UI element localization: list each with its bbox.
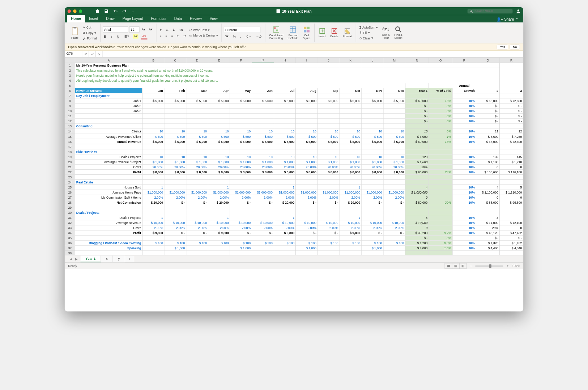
cell[interactable]: 2.00% — [252, 225, 274, 230]
row-header[interactable]: 38 — [65, 251, 75, 255]
cell[interactable]: $ 72,600 — [499, 98, 523, 103]
cell[interactable] — [164, 114, 186, 119]
cell[interactable] — [296, 109, 318, 114]
cell[interactable]: $ - — [405, 114, 429, 119]
cell[interactable]: $ - — [499, 109, 523, 114]
cell[interactable]: 2.00% — [274, 225, 296, 230]
cell[interactable] — [208, 109, 230, 114]
cell[interactable] — [340, 109, 362, 114]
cell[interactable]: $ 12,100 — [499, 220, 523, 225]
insert-button[interactable]: Insert — [317, 27, 327, 39]
cell[interactable]: 1 — [274, 215, 296, 220]
cell[interactable] — [383, 149, 405, 154]
cell[interactable] — [230, 103, 252, 109]
cell[interactable]: 2.00% — [164, 225, 186, 230]
row-header[interactable]: 25 — [65, 185, 75, 190]
cell[interactable]: $ 100 — [361, 241, 383, 246]
cell[interactable]: 2.00% — [274, 195, 296, 200]
cell[interactable] — [429, 185, 452, 190]
cell[interactable] — [318, 205, 340, 210]
cell[interactable]: $ 5,000 — [186, 139, 208, 144]
cell[interactable]: $ 5,000 — [274, 139, 296, 144]
cell[interactable]: 10 — [252, 154, 274, 159]
cell[interactable]: $1,000,000 — [164, 190, 186, 195]
row-header[interactable]: 37 — [65, 246, 75, 251]
cell[interactable] — [186, 109, 208, 114]
cell[interactable] — [252, 246, 274, 251]
cell[interactable]: $ 5,000 — [252, 98, 274, 103]
cell[interactable] — [142, 149, 165, 154]
cell[interactable]: $ 4,840 — [499, 246, 523, 251]
row-header[interactable]: 17 — [65, 144, 75, 149]
cell[interactable] — [383, 185, 405, 190]
cell[interactable]: $ - — [476, 236, 499, 241]
cell[interactable]: 10 — [318, 129, 340, 134]
cell[interactable] — [230, 119, 252, 124]
col-header[interactable]: J — [318, 58, 340, 63]
cell[interactable]: 20.00% — [252, 164, 274, 169]
row-header[interactable]: 15 — [65, 134, 75, 139]
cell[interactable]: $1,000,000 — [274, 190, 296, 195]
cell[interactable]: $1,000,000 — [230, 190, 252, 195]
cell[interactable] — [405, 210, 429, 215]
row-header[interactable]: 22 — [65, 169, 75, 174]
cell[interactable] — [383, 144, 405, 149]
cell[interactable]: $ 5,000 — [186, 98, 208, 103]
align-left-button[interactable]: ≡ — [158, 34, 162, 38]
cell[interactable] — [186, 119, 208, 124]
cell[interactable] — [208, 124, 230, 129]
cell[interactable]: 10 — [186, 129, 208, 134]
cell[interactable] — [499, 210, 523, 215]
cell[interactable]: 4 — [476, 215, 499, 220]
cell[interactable]: 20% — [429, 200, 452, 205]
cell[interactable] — [405, 149, 429, 154]
cell[interactable] — [252, 119, 274, 124]
cell[interactable] — [452, 179, 476, 185]
cell[interactable]: 2.00% — [361, 195, 383, 200]
close-icon[interactable] — [68, 9, 71, 13]
cell[interactable]: $ - — [252, 200, 274, 205]
col-header[interactable]: N — [405, 58, 429, 63]
cell[interactable]: $ 10,000 — [252, 220, 274, 225]
cell[interactable]: $ 20,000 — [208, 200, 230, 205]
cell[interactable] — [142, 124, 165, 129]
cell[interactable] — [208, 174, 230, 179]
formula-bar[interactable] — [102, 51, 523, 57]
decrease-decimal-button[interactable]: ←.0 — [255, 34, 263, 38]
cell[interactable] — [429, 220, 452, 225]
cell[interactable] — [186, 114, 208, 119]
cell[interactable] — [361, 185, 383, 190]
cell[interactable]: $ 5,000 — [208, 139, 230, 144]
cell[interactable] — [452, 93, 476, 98]
cell[interactable] — [252, 144, 274, 149]
col-header[interactable]: E — [208, 58, 230, 63]
cell[interactable]: $1,000,000 — [142, 190, 165, 195]
cell[interactable]: $ 500 — [383, 134, 405, 139]
cell[interactable] — [383, 93, 405, 98]
cell[interactable] — [318, 149, 340, 154]
cell[interactable]: 10% — [452, 164, 476, 169]
cell[interactable]: $ 9,800 — [142, 230, 165, 236]
cell[interactable] — [340, 251, 362, 255]
cell[interactable]: $1,000,000 — [383, 190, 405, 195]
align-bottom-button[interactable]: ⬇ — [171, 27, 176, 32]
cell[interactable]: 10% — [452, 109, 476, 114]
cell[interactable] — [142, 236, 165, 241]
cell[interactable] — [340, 103, 362, 109]
cell[interactable] — [142, 251, 165, 255]
cell[interactable] — [361, 179, 383, 185]
row-header[interactable]: 12 — [65, 119, 75, 124]
cell[interactable]: $ 500 — [296, 134, 318, 139]
row-header[interactable]: 14 — [65, 129, 75, 134]
cell[interactable] — [208, 144, 230, 149]
cell[interactable] — [383, 251, 405, 255]
clear-button[interactable]: ◇ Clear ▾ — [358, 36, 379, 41]
cell[interactable] — [142, 210, 165, 215]
row-header[interactable]: 23 — [65, 174, 75, 179]
cell[interactable] — [75, 83, 405, 88]
cell[interactable]: 2.00% — [296, 195, 318, 200]
cell[interactable] — [429, 149, 452, 154]
decrease-indent-button[interactable]: ⇤ — [176, 33, 180, 38]
cell[interactable]: $ 9,800 — [340, 230, 362, 236]
cell[interactable] — [142, 144, 165, 149]
